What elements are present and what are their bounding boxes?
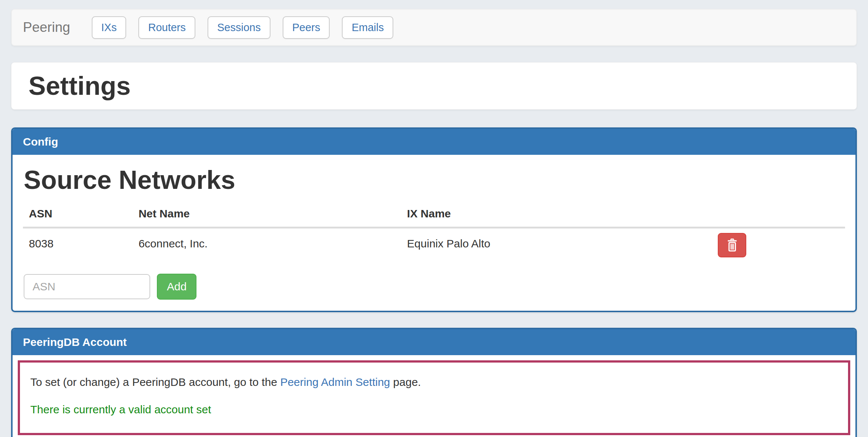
info-text-suffix: page.: [390, 376, 421, 388]
source-networks-table-right: IX Name Equinix Palo Alto: [401, 205, 845, 268]
column-header-ix-name: IX Name: [401, 205, 712, 228]
cell-asn: 8038: [23, 228, 132, 269]
peeringdb-panel-heading: PeeringDB Account: [13, 329, 855, 355]
config-panel-body: Source Networks ASN Net Name 8038 6conne…: [13, 155, 855, 311]
nav-button-routers[interactable]: Routers: [138, 16, 195, 39]
page-title: Settings: [28, 72, 840, 100]
cell-net-name: 6connect, Inc.: [132, 228, 401, 269]
source-networks-heading: Source Networks: [24, 166, 845, 194]
peeringdb-panel-body: To set (or change) a PeeringDB account, …: [13, 355, 855, 437]
nav-button-emails[interactable]: Emails: [342, 16, 393, 39]
account-status-text: There is currently a valid account set: [30, 403, 838, 416]
config-panel-heading: Config: [13, 129, 855, 155]
delete-network-button[interactable]: [718, 233, 746, 257]
info-text-prefix: To set (or change) a PeeringDB account, …: [30, 376, 280, 388]
add-network-form: Add: [24, 274, 845, 300]
column-header-actions: [712, 205, 845, 228]
config-panel: Config Source Networks ASN Net Name 8038…: [11, 127, 857, 312]
cell-ix-name: Equinix Palo Alto: [401, 228, 712, 269]
top-navbar: Peering IXs Routers Sessions Peers Email…: [11, 9, 857, 46]
nav-button-peers[interactable]: Peers: [283, 16, 330, 39]
nav-button-ixs[interactable]: IXs: [92, 16, 127, 39]
page: Peering IXs Routers Sessions Peers Email…: [0, 0, 868, 437]
cell-actions: [712, 228, 845, 269]
table-row: 8038 6connect, Inc.: [23, 228, 401, 269]
brand-peering[interactable]: Peering: [23, 20, 70, 35]
source-networks-table: ASN Net Name 8038 6connect, Inc.: [23, 205, 845, 268]
peering-admin-setting-link[interactable]: Peering Admin Setting: [280, 376, 390, 388]
nav-button-sessions[interactable]: Sessions: [208, 16, 270, 39]
column-header-asn: ASN: [23, 205, 132, 228]
annotation-highlight-box: To set (or change) a PeeringDB account, …: [18, 360, 850, 435]
peeringdb-panel: PeeringDB Account To set (or change) a P…: [11, 328, 857, 437]
add-button[interactable]: Add: [157, 274, 196, 300]
table-row: Equinix Palo Alto: [401, 228, 845, 269]
column-header-net-name: Net Name: [132, 205, 401, 228]
peeringdb-info-text: To set (or change) a PeeringDB account, …: [30, 376, 838, 388]
settings-panel: Settings: [11, 62, 857, 110]
trash-icon: [725, 237, 739, 254]
source-networks-table-left: ASN Net Name 8038 6connect, Inc.: [23, 205, 401, 268]
asn-input[interactable]: [24, 274, 150, 299]
